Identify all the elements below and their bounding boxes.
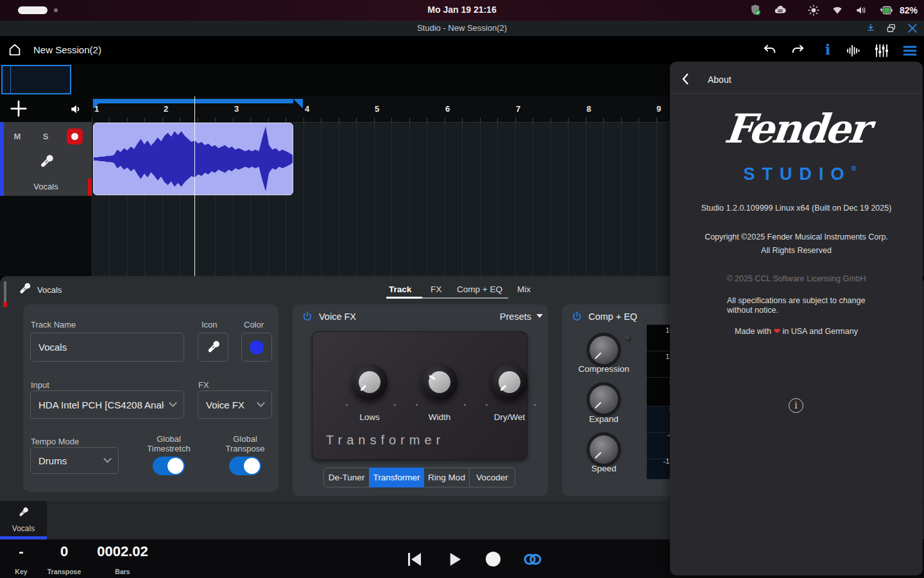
global-transpose-toggle[interactable] (229, 457, 261, 475)
back-button[interactable] (679, 72, 693, 86)
chevron-down-icon[interactable] (536, 314, 543, 318)
studio-text: STUDIO (743, 164, 851, 184)
microphone-icon (17, 281, 32, 297)
knob-tick (584, 380, 624, 419)
input-select[interactable]: HDA Intel PCH [CS4208 Analog] F (30, 390, 184, 419)
lows-label: Lows (334, 412, 405, 422)
vocals-track-tab[interactable]: Vocals (0, 501, 47, 539)
power-icon[interactable] (571, 311, 583, 322)
close-button[interactable] (906, 22, 919, 35)
record-arm-button[interactable] (67, 128, 83, 144)
loop-region-bar[interactable] (93, 99, 293, 103)
waveform-midline (94, 159, 293, 160)
tempo-mode-value: Drums (38, 455, 67, 466)
redo-button[interactable] (790, 43, 805, 58)
bar-number: 9 (656, 104, 661, 114)
bar-number: 1 (94, 104, 99, 114)
restore-button[interactable] (886, 22, 897, 34)
brightness-icon[interactable] (807, 4, 820, 17)
compression-label: Compression (567, 364, 640, 374)
info-icon[interactable]: i (789, 398, 803, 413)
comp-eq-title: Comp + EQ (588, 311, 637, 322)
tab-track[interactable]: Track (389, 285, 411, 294)
app-toolbar: New Session(2) i (0, 36, 924, 64)
track-icon-button[interactable] (198, 333, 228, 362)
fx-device-panel: Lows Width Dry/Wet Transformer (312, 331, 527, 460)
voice-fx-card: Voice FX Presets Lows Width Dry/Wet Tran… (293, 304, 548, 496)
record-arm-dot (71, 133, 78, 140)
spec-line-2: without notice. (727, 306, 875, 315)
bar-number: 7 (516, 104, 520, 114)
solo-button[interactable]: S (38, 130, 53, 144)
home-button[interactable] (8, 43, 22, 57)
info-button[interactable]: i (820, 41, 835, 57)
playhead[interactable] (194, 96, 195, 276)
menu-button[interactable] (902, 43, 918, 58)
color-swatch (250, 340, 264, 355)
window-controls (865, 21, 919, 36)
loop-end-flag[interactable] (293, 99, 303, 109)
wifi-icon[interactable] (831, 4, 844, 17)
knob-tick (344, 356, 395, 407)
master-volume-icon[interactable] (69, 103, 82, 116)
vocals-tab-label: Vocals (0, 524, 47, 533)
speed-knob[interactable] (590, 435, 618, 464)
battery-icon[interactable] (876, 3, 894, 17)
mute-button[interactable]: M (10, 130, 24, 144)
cloud-sync-icon[interactable] (773, 3, 787, 17)
system-tray: 82% (748, 0, 918, 21)
width-label: Width (404, 412, 475, 422)
copyright-line-1: Copyright ©2025 Fender Musical Instrumen… (670, 232, 923, 241)
tab-fx[interactable]: FX (431, 285, 441, 294)
bars-value[interactable]: 0002.02 (93, 543, 152, 560)
dock-track-color-indicator (4, 281, 6, 302)
tab-mix[interactable]: Mix (517, 285, 531, 294)
speed-label: Speed (567, 464, 640, 473)
fx-select[interactable]: Voice FX (198, 390, 272, 419)
expand-knob[interactable] (590, 385, 618, 414)
mode-transformer[interactable]: Transformer (369, 468, 424, 487)
audio-clip[interactable] (93, 123, 293, 195)
version-text: Studio 1.2.0.109999 Linux x64 (Built on … (670, 204, 923, 213)
heart-icon: ❤ (774, 326, 780, 336)
power-icon[interactable] (302, 311, 313, 322)
mode-de-tuner[interactable]: De-Tuner (323, 468, 370, 487)
key-label: Key (8, 568, 34, 575)
skip-to-start-button[interactable] (405, 550, 424, 569)
add-track-button[interactable] (9, 99, 28, 118)
specifications-text: All specifications are subject to change… (727, 296, 875, 315)
tab-comp-eq[interactable]: Comp + EQ (457, 285, 502, 294)
tempo-mode-label: Tempo Mode (31, 437, 79, 446)
about-title: About (708, 74, 732, 85)
undo-button[interactable] (762, 43, 778, 58)
loop-button[interactable] (523, 550, 542, 569)
tempo-mode-select[interactable]: Drums (30, 447, 119, 474)
editor-view-button[interactable] (846, 43, 861, 58)
shield-check-icon[interactable] (748, 3, 762, 17)
width-knob[interactable] (422, 364, 458, 400)
studio-wordmark: STUDIO® (670, 164, 923, 184)
lows-knob[interactable] (352, 364, 388, 400)
minimize-button[interactable] (865, 22, 877, 34)
fx-mode-segmented-control: De-Tuner Transformer Ring Mod Vocoder (323, 468, 515, 487)
track-header[interactable]: M S Vocals (0, 122, 92, 196)
transpose-value[interactable]: 0 (45, 543, 83, 560)
volume-icon[interactable] (855, 4, 868, 17)
chevron-down-icon (103, 455, 112, 463)
mode-vocoder[interactable]: Vocoder (469, 468, 515, 487)
mixer-view-button[interactable] (874, 43, 889, 58)
minimap[interactable] (1, 65, 71, 94)
mode-ring-mod[interactable]: Ring Mod (424, 468, 470, 487)
global-timestretch-toggle[interactable] (153, 457, 185, 475)
microphone-icon (37, 153, 55, 171)
presets-button[interactable]: Presets (500, 311, 531, 322)
track-color-button[interactable] (241, 333, 272, 362)
track-name-input[interactable] (30, 333, 184, 362)
key-value[interactable]: - (8, 543, 34, 560)
drywet-knob[interactable] (492, 364, 527, 400)
play-button[interactable] (445, 550, 464, 569)
compression-knob[interactable] (590, 336, 618, 364)
active-tab-underline (386, 297, 422, 299)
chevron-down-icon (169, 399, 177, 407)
record-button[interactable] (486, 552, 501, 566)
